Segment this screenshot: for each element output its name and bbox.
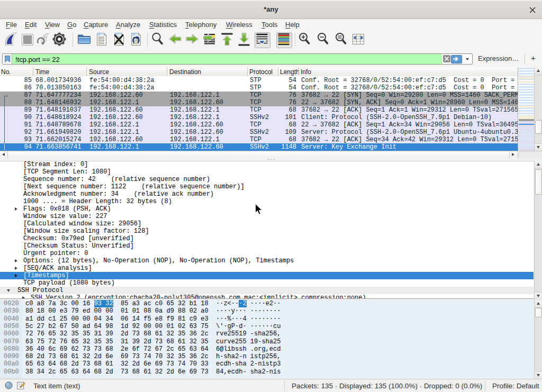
- svg-text:0111: 0111: [98, 42, 104, 44]
